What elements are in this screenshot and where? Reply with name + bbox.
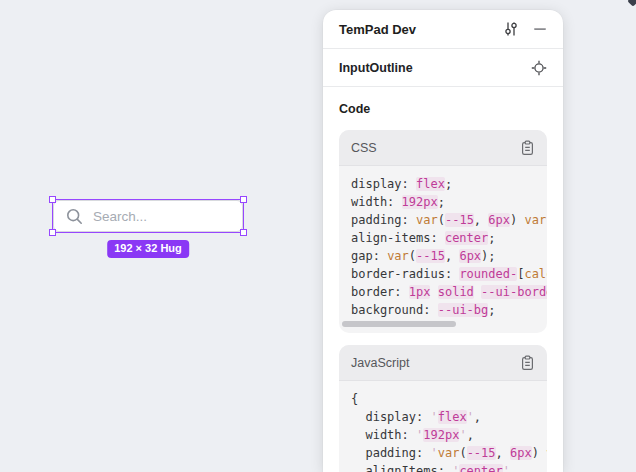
css-block-label: CSS: [351, 141, 520, 155]
resize-handle-bottom-right[interactable]: [240, 229, 247, 236]
code-section-label: Code: [339, 100, 547, 118]
search-icon: [66, 208, 83, 225]
selected-node-row: InputOutline: [323, 49, 563, 87]
copy-css-clipboard-icon[interactable]: [520, 140, 535, 156]
resize-handle-top-right[interactable]: [240, 196, 247, 203]
scrollbar-thumb[interactable]: [342, 321, 456, 327]
resize-handle-bottom-left[interactable]: [49, 229, 56, 236]
horizontal-scrollbar[interactable]: [339, 319, 547, 333]
search-placeholder: Search...: [93, 209, 147, 224]
tempad-dev-panel: TemPad Dev InputOutline Code: [323, 10, 563, 472]
css-code[interactable]: display: flex;width: 192px;padding: var(…: [339, 166, 547, 319]
panel-title: TemPad Dev: [339, 22, 489, 37]
javascript-block-header: JavaScript: [339, 345, 547, 381]
resize-handle-top-left[interactable]: [49, 196, 56, 203]
css-code-block: CSS display: flex;width: 192px;padding: …: [339, 130, 547, 333]
canvas-artifact: [627, 0, 636, 7]
css-block-header: CSS: [339, 130, 547, 166]
javascript-block-label: JavaScript: [351, 356, 520, 370]
javascript-code-block: JavaScript { display: 'flex', width: '19…: [339, 345, 547, 472]
copy-javascript-clipboard-icon[interactable]: [520, 355, 535, 371]
node-name: InputOutline: [339, 61, 531, 75]
selected-component-inputoutline[interactable]: Search...: [53, 200, 243, 232]
size-badge: 192 × 32 Hug: [107, 240, 189, 258]
minimize-icon[interactable]: [533, 22, 547, 36]
search-input[interactable]: Search...: [53, 200, 243, 232]
code-section: Code CSS display: flex;width: 192px;padd…: [323, 87, 563, 472]
locate-icon[interactable]: [531, 60, 547, 76]
javascript-code[interactable]: { display: 'flex', width: '192px', paddi…: [339, 381, 547, 472]
panel-header: TemPad Dev: [323, 10, 563, 49]
sliders-icon[interactable]: [503, 21, 519, 37]
